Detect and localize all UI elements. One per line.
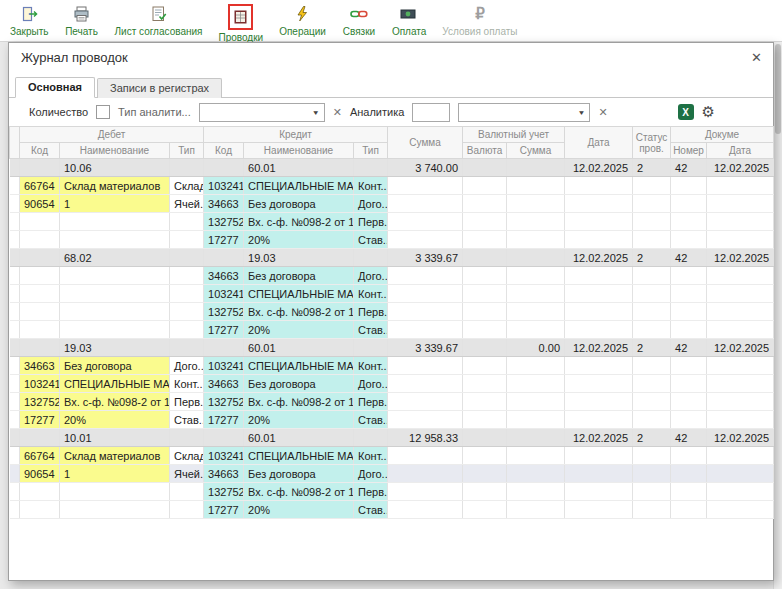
cell-csum[interactable] <box>507 393 565 411</box>
cell-dt[interactable]: Склад <box>170 177 204 195</box>
cell-cur[interactable] <box>463 267 507 285</box>
cell-sum[interactable] <box>388 321 463 339</box>
cell-cur[interactable] <box>463 483 507 501</box>
cell-num[interactable]: 42 <box>671 429 707 447</box>
cell-gutter[interactable] <box>10 501 20 519</box>
cell-date[interactable] <box>565 321 633 339</box>
cell-num[interactable] <box>671 231 707 249</box>
cell-gutter[interactable] <box>10 249 20 267</box>
cell-cur[interactable] <box>463 429 507 447</box>
cell-sum[interactable] <box>388 213 463 231</box>
cell-ct[interactable]: Дого... <box>354 195 388 213</box>
cell-cc[interactable]: 34663 <box>204 195 244 213</box>
header-debit-type[interactable]: Тип <box>170 143 204 159</box>
close-icon[interactable]: ✕ <box>751 51 762 65</box>
vertical-scrollbar[interactable] <box>773 42 782 589</box>
cell-ct[interactable]: Перв... <box>354 483 388 501</box>
table-row[interactable]: 103241СПЕЦИАЛЬНЫЕ МАТ...Конт...34663Без … <box>10 375 774 393</box>
cell-sum[interactable] <box>388 267 463 285</box>
cell-dc[interactable] <box>20 321 60 339</box>
cell-csum[interactable] <box>507 249 565 267</box>
cell-ddate[interactable] <box>707 177 774 195</box>
cell-num[interactable] <box>671 195 707 213</box>
cell-ddate[interactable] <box>707 375 774 393</box>
cell-cur[interactable] <box>463 339 507 357</box>
cell-dc[interactable]: 103241 <box>20 375 60 393</box>
cell-st[interactable] <box>633 357 671 375</box>
cell-cur[interactable] <box>463 177 507 195</box>
cell-date[interactable] <box>565 501 633 519</box>
cell-st[interactable] <box>633 213 671 231</box>
table-row[interactable]: 1727720%Став... <box>10 231 774 249</box>
cell-cc[interactable]: 103241 <box>204 285 244 303</box>
table-row[interactable]: 68.0219.033 339.6712.02.202524212.02.202… <box>10 249 774 267</box>
cell-num[interactable] <box>671 465 707 483</box>
cell-dc[interactable] <box>20 267 60 285</box>
cell-dc[interactable]: 90654 <box>20 465 60 483</box>
cell-dn[interactable] <box>60 267 170 285</box>
cell-ddate[interactable] <box>707 213 774 231</box>
cell-cn[interactable]: Вх. с-ф. №098-2 от 12... <box>244 303 354 321</box>
cell-date[interactable] <box>565 375 633 393</box>
cell-date[interactable] <box>565 411 633 429</box>
cell-gutter[interactable] <box>10 357 20 375</box>
cell-csum[interactable] <box>507 177 565 195</box>
cell-ct[interactable]: Конт... <box>354 447 388 465</box>
cell-sum[interactable] <box>388 483 463 501</box>
cell-cur[interactable] <box>463 249 507 267</box>
cell-num[interactable] <box>671 411 707 429</box>
cell-sum[interactable] <box>388 465 463 483</box>
cell-date[interactable]: 12.02.2025 <box>565 339 633 357</box>
cell-num[interactable] <box>671 285 707 303</box>
cell-ct[interactable]: Перв... <box>354 213 388 231</box>
cell-cn[interactable]: 20% <box>244 411 354 429</box>
cell-cur[interactable] <box>463 357 507 375</box>
cell-dc[interactable]: 66764 <box>20 447 60 465</box>
cell-date[interactable] <box>565 357 633 375</box>
cell-ct[interactable]: Дого... <box>354 267 388 285</box>
cell-ddate[interactable]: 12.02.2025 <box>707 249 774 267</box>
cell-ct[interactable]: Дого... <box>354 375 388 393</box>
cell-ddate[interactable] <box>707 393 774 411</box>
header-credit-type[interactable]: Тип <box>354 143 388 159</box>
cell-gutter[interactable] <box>10 483 20 501</box>
header-debit-code[interactable]: Код <box>20 143 60 159</box>
table-row[interactable]: 103241СПЕЦИАЛЬНЫЕ МАТ...Конт... <box>10 285 774 303</box>
cell-num[interactable] <box>671 447 707 465</box>
cell-dc[interactable] <box>20 303 60 321</box>
cell-dt[interactable] <box>170 231 204 249</box>
analytics-type-select[interactable]: ▼ <box>199 103 325 122</box>
cell-dn[interactable]: СПЕЦИАЛЬНЫЕ МАТ... <box>60 375 170 393</box>
cell-cn[interactable]: 20% <box>244 321 354 339</box>
toolbar-button-approval-sheet[interactable]: Лист согласования <box>115 4 203 37</box>
cell-dn[interactable] <box>60 231 170 249</box>
cell-st[interactable]: 2 <box>633 339 671 357</box>
cell-csum[interactable] <box>507 159 565 177</box>
cell-dc[interactable] <box>20 483 60 501</box>
cell-sum[interactable] <box>388 411 463 429</box>
cell-dt[interactable] <box>170 159 204 177</box>
cell-gutter[interactable] <box>10 447 20 465</box>
cell-ct[interactable] <box>354 339 388 357</box>
cell-csum[interactable] <box>507 465 565 483</box>
cell-sum[interactable] <box>388 501 463 519</box>
cell-sum[interactable]: 3 339.67 <box>388 339 463 357</box>
cell-st[interactable] <box>633 375 671 393</box>
table-row[interactable]: 66764Склад материаловСклад103241СПЕЦИАЛЬ… <box>10 177 774 195</box>
cell-dn[interactable] <box>60 483 170 501</box>
cell-num[interactable] <box>671 303 707 321</box>
cell-cc[interactable]: 132752 <box>204 303 244 321</box>
cell-csum[interactable] <box>507 411 565 429</box>
cell-ct[interactable]: Став... <box>354 411 388 429</box>
cell-ct[interactable] <box>354 429 388 447</box>
cell-ddate[interactable] <box>707 195 774 213</box>
analytics-select[interactable]: ▼ <box>458 103 590 122</box>
cell-ddate[interactable] <box>707 447 774 465</box>
cell-dc[interactable]: 132752 <box>20 393 60 411</box>
cell-cur[interactable] <box>463 501 507 519</box>
cell-csum[interactable] <box>507 447 565 465</box>
cell-dn[interactable]: 10.06 <box>60 159 170 177</box>
cell-dt[interactable] <box>170 249 204 267</box>
cell-date[interactable] <box>565 177 633 195</box>
cell-date[interactable]: 12.02.2025 <box>565 429 633 447</box>
